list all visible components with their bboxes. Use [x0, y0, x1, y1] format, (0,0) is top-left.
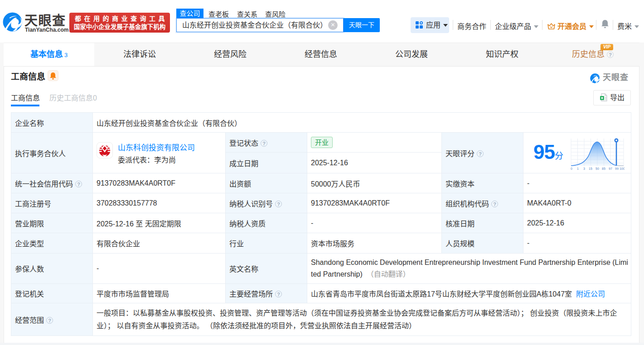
svg-text:97: 97 [609, 167, 612, 170]
svg-text:0: 0 [571, 167, 572, 170]
svg-text:99: 99 [615, 167, 619, 170]
svg-text:1: 1 [577, 167, 579, 170]
svg-text:15: 15 [589, 167, 592, 170]
svg-text:100: 100 [620, 167, 625, 170]
svg-text:3: 3 [583, 167, 585, 170]
svg-text:85: 85 [602, 167, 605, 170]
svg-text:50: 50 [596, 167, 599, 170]
